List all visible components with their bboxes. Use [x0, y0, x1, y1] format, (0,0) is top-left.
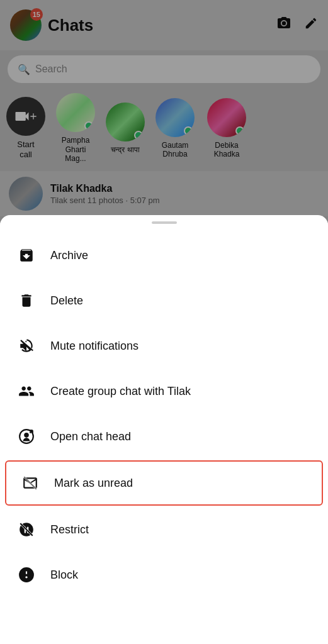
- archive-icon: [15, 244, 38, 267]
- chat-head-icon: [15, 425, 38, 448]
- group-label: Create group chat with Tilak: [50, 385, 191, 398]
- sheet-handle: [152, 221, 177, 224]
- block-icon: [15, 564, 38, 586]
- delete-icon: [15, 289, 38, 312]
- chat-head-label: Open chat head: [50, 430, 131, 443]
- menu-item-delete[interactable]: Delete: [0, 278, 328, 323]
- mute-icon: [15, 335, 38, 357]
- menu-item-chat-head[interactable]: Open chat head: [0, 414, 328, 459]
- mark-unread-icon: [19, 472, 42, 494]
- menu-item-mark-unread[interactable]: Mark as unread: [5, 460, 323, 506]
- mark-unread-label: Mark as unread: [54, 477, 133, 490]
- menu-item-group[interactable]: Create group chat with Tilak: [0, 369, 328, 414]
- archive-label: Archive: [50, 249, 88, 262]
- menu-item-archive[interactable]: Archive: [0, 233, 328, 278]
- context-menu-sheet: Archive Delete Mute notifications Create…: [0, 215, 328, 644]
- mute-label: Mute notifications: [50, 340, 139, 353]
- dim-overlay: [0, 0, 328, 223]
- svg-point-1: [24, 433, 29, 438]
- menu-item-mute[interactable]: Mute notifications: [0, 323, 328, 369]
- restrict-icon: [15, 518, 38, 541]
- delete-label: Delete: [50, 294, 83, 308]
- group-icon: [15, 380, 38, 402]
- menu-item-restrict[interactable]: Restrict: [0, 507, 328, 552]
- restrict-label: Restrict: [50, 523, 89, 536]
- block-label: Block: [50, 569, 78, 582]
- menu-item-block[interactable]: Block: [0, 552, 328, 597]
